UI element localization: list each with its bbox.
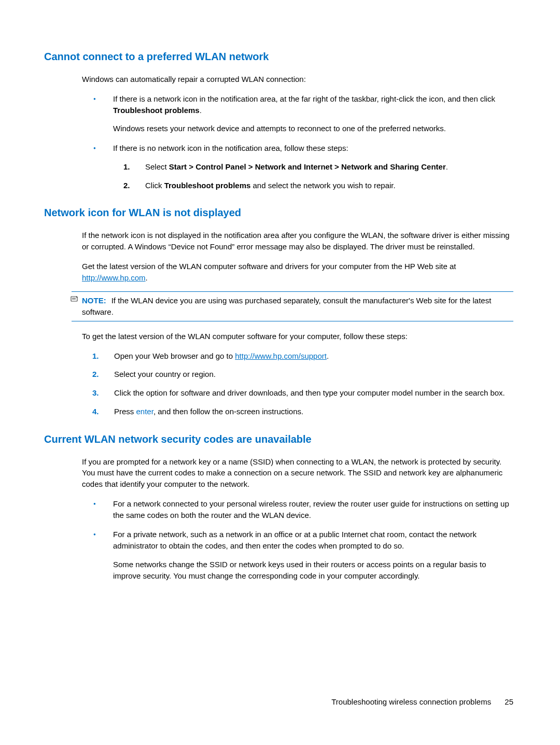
list-item: Click Troubleshoot problems and select t… xyxy=(113,180,513,191)
s2-step1-post: . xyxy=(327,352,329,360)
s2-step1-pre: Open your Web browser and go to xyxy=(114,352,235,360)
para2-post: . xyxy=(146,273,148,282)
page-footer: Troubleshooting wireless connection prob… xyxy=(331,696,513,708)
s2-step4-pre: Press xyxy=(114,407,136,416)
list-item: Select your country or region. xyxy=(82,369,513,380)
list-item: If there is no network icon in the notif… xyxy=(82,143,513,191)
bullet1-bold: Troubleshoot problems xyxy=(113,106,200,115)
bullet1-sub: Windows resets your network device and a… xyxy=(113,123,513,134)
section2-steps: Open your Web browser and go to http://w… xyxy=(82,350,513,417)
section3-para1: If you are prompted for a network key or… xyxy=(82,456,513,490)
heading-security-codes: Current WLAN network security codes are … xyxy=(44,432,513,447)
step2-post: and select the network you wish to repai… xyxy=(250,181,395,190)
section2-content: If the network icon is not displayed in … xyxy=(82,230,513,417)
list-item: Open your Web browser and go to http://w… xyxy=(82,350,513,362)
section2-para3: To get the latest version of the WLAN co… xyxy=(82,331,513,342)
note-text: If the WLAN device you are using was pur… xyxy=(82,296,491,316)
section3-bullet-list: For a network connected to your personal… xyxy=(82,498,513,582)
s2-step4-post: , and then follow the on-screen instruct… xyxy=(153,407,303,416)
hp-link[interactable]: http://www.hp.com xyxy=(82,273,146,282)
list-item: Press enter, and then follow the on-scre… xyxy=(82,406,513,417)
bullet2-text: For a private network, such as a network… xyxy=(113,530,477,550)
list-item: Click the option for software and driver… xyxy=(82,387,513,399)
bullet2-sub: Some networks change the SSID or network… xyxy=(113,559,513,582)
section3-content: If you are prompted for a network key or… xyxy=(82,456,513,582)
section2-para2: Get the latest version of the WLAN compu… xyxy=(82,261,513,284)
list-item: For a private network, such as a network… xyxy=(82,529,513,581)
step1-bold: Start > Control Panel > Network and Inte… xyxy=(169,162,446,171)
enter-key: enter xyxy=(136,407,153,416)
list-item: If there is a network icon in the notifi… xyxy=(82,93,513,134)
heading-network-icon: Network icon for WLAN is not displayed xyxy=(44,205,513,220)
note-icon xyxy=(71,294,79,302)
page-number: 25 xyxy=(505,697,513,706)
bullet1-text-pre: If there is a network icon in the notifi… xyxy=(113,94,495,103)
section1-bullet-list: If there is a network icon in the notifi… xyxy=(82,93,513,191)
para2-pre: Get the latest version of the WLAN compu… xyxy=(82,262,456,271)
step2-bold: Troubleshoot problems xyxy=(164,181,251,190)
section1-content: Windows can automatically repair a corru… xyxy=(82,74,513,191)
list-item: For a network connected to your personal… xyxy=(82,498,513,521)
note-label: NOTE: xyxy=(82,296,106,305)
step1-pre: Select xyxy=(145,162,169,171)
section1-steps: Select Start > Control Panel > Network a… xyxy=(113,161,513,191)
step2-pre: Click xyxy=(145,181,164,190)
heading-cannot-connect: Cannot connect to a preferred WLAN netwo… xyxy=(44,49,513,64)
hp-support-link[interactable]: http://www.hp.com/support xyxy=(235,352,327,360)
section1-intro: Windows can automatically repair a corru… xyxy=(82,74,513,85)
footer-text: Troubleshooting wireless connection prob… xyxy=(331,697,491,706)
step1-post: . xyxy=(446,162,448,171)
note-box: NOTE:If the WLAN device you are using wa… xyxy=(72,291,513,321)
bullet2-text: If there is no network icon in the notif… xyxy=(113,144,348,152)
list-item: Select Start > Control Panel > Network a… xyxy=(113,161,513,173)
bullet1-text-post: . xyxy=(200,106,202,115)
section2-para1: If the network icon is not displayed in … xyxy=(82,230,513,252)
